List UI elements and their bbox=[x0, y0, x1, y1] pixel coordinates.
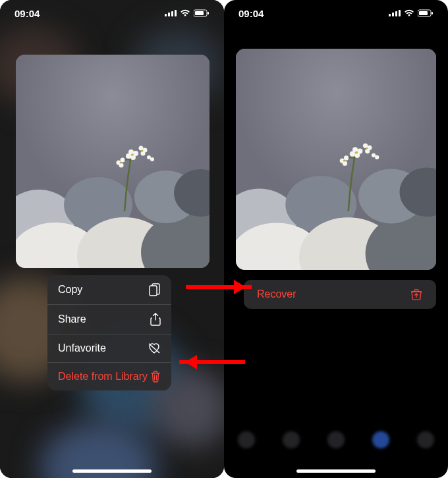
tab-item[interactable] bbox=[283, 431, 300, 448]
tab-item[interactable] bbox=[372, 431, 389, 448]
svg-point-45 bbox=[365, 149, 370, 153]
wifi-icon bbox=[404, 9, 414, 17]
recover-button[interactable]: Recover bbox=[244, 280, 436, 309]
wifi-icon bbox=[180, 9, 190, 17]
context-menu: Copy Share Unfavorite Delete from Librar… bbox=[47, 275, 171, 390]
svg-point-43 bbox=[363, 144, 368, 148]
svg-point-21 bbox=[147, 155, 151, 159]
svg-point-20 bbox=[119, 163, 124, 168]
svg-point-49 bbox=[372, 153, 376, 157]
heart-slash-icon bbox=[148, 342, 161, 354]
battery-icon bbox=[194, 9, 210, 17]
svg-point-53 bbox=[343, 160, 345, 162]
recover-label: Recover bbox=[257, 288, 296, 300]
svg-point-18 bbox=[121, 158, 125, 163]
svg-point-24 bbox=[142, 150, 144, 152]
home-indicator[interactable] bbox=[72, 469, 152, 473]
tab-item[interactable] bbox=[238, 431, 255, 448]
svg-point-23 bbox=[131, 153, 134, 156]
menu-unfavorite-label: Unfavorite bbox=[58, 342, 106, 354]
svg-point-17 bbox=[141, 151, 146, 156]
svg-point-50 bbox=[375, 155, 379, 159]
tab-bar bbox=[224, 421, 448, 458]
svg-point-15 bbox=[139, 146, 144, 151]
svg-rect-30 bbox=[432, 12, 433, 14]
cellular-icon bbox=[389, 10, 401, 16]
menu-delete[interactable]: Delete from Library bbox=[47, 363, 171, 390]
status-bar: 09:04 bbox=[0, 0, 224, 26]
annotation-arrow-left bbox=[179, 360, 245, 364]
cellular-icon bbox=[165, 10, 177, 16]
recover-icon bbox=[410, 288, 423, 300]
svg-point-52 bbox=[366, 147, 368, 149]
svg-point-22 bbox=[150, 157, 154, 161]
status-bar: 09:04 bbox=[224, 0, 448, 26]
svg-point-46 bbox=[344, 155, 349, 160]
annotation-arrow-right bbox=[186, 285, 252, 289]
svg-point-48 bbox=[343, 161, 347, 166]
tab-item[interactable] bbox=[327, 431, 345, 448]
menu-delete-label: Delete from Library bbox=[58, 371, 148, 383]
menu-unfavorite[interactable]: Unfavorite bbox=[47, 334, 171, 363]
svg-rect-2 bbox=[208, 12, 209, 14]
home-indicator[interactable] bbox=[296, 469, 376, 473]
status-time: 09:04 bbox=[238, 8, 264, 19]
share-icon bbox=[150, 313, 161, 326]
trash-icon bbox=[150, 371, 161, 383]
menu-copy[interactable]: Copy bbox=[47, 275, 171, 305]
right-phone-frame: 09:04 bbox=[224, 0, 448, 478]
svg-point-14 bbox=[126, 153, 131, 159]
photo-preview[interactable] bbox=[236, 49, 436, 270]
svg-point-42 bbox=[350, 151, 355, 157]
svg-point-51 bbox=[355, 151, 358, 154]
svg-point-25 bbox=[120, 162, 122, 164]
menu-copy-label: Copy bbox=[58, 284, 82, 296]
battery-icon bbox=[418, 9, 434, 17]
status-time: 09:04 bbox=[14, 8, 40, 19]
svg-rect-29 bbox=[419, 11, 428, 15]
svg-rect-1 bbox=[195, 11, 204, 15]
tab-item[interactable] bbox=[417, 431, 434, 448]
menu-share[interactable]: Share bbox=[47, 305, 171, 334]
menu-share-label: Share bbox=[58, 313, 86, 325]
svg-rect-26 bbox=[150, 286, 157, 296]
left-phone-frame: 09:04 bbox=[0, 0, 224, 478]
copy-icon bbox=[149, 283, 161, 296]
photo-preview[interactable] bbox=[16, 55, 210, 268]
